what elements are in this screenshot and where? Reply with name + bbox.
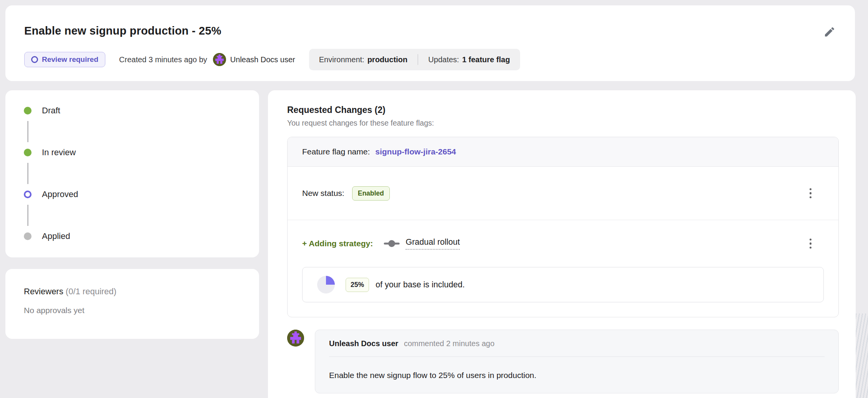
- page-title: Enable new signup production - 25%: [24, 25, 221, 37]
- reviewers-label: Reviewers: [24, 287, 63, 296]
- adding-strategy-label: + Adding strategy:: [302, 239, 373, 248]
- kebab-icon: [810, 192, 812, 194]
- step-pending-dot-icon: [24, 232, 32, 240]
- reviewers-requirement: (0/1 required): [66, 287, 116, 296]
- step-done-dot-icon: [24, 149, 32, 156]
- comment-author-name: Unleash Docs user: [329, 339, 398, 348]
- enabled-badge: Enabled: [352, 186, 390, 201]
- status-ring-icon: [31, 56, 38, 63]
- timeline-step-approved: Approved: [24, 189, 259, 199]
- updates-item: Updates:1 feature flag: [428, 55, 510, 64]
- step-active-ring-icon: [24, 191, 32, 198]
- comment-header: Unleash Docs user commented 2 minutes ag…: [329, 339, 825, 348]
- reviewers-card: Reviewers (0/1 required) No approvals ye…: [5, 269, 259, 339]
- rollout-text: of your base is included.: [376, 280, 465, 290]
- kebab-icon: [810, 188, 812, 191]
- background-texture: [856, 313, 868, 398]
- robot-avatar-icon: [287, 330, 304, 347]
- strategy-name[interactable]: Gradual rollout: [406, 237, 460, 250]
- header-card: Enable new signup production - 25% Revie…: [5, 5, 855, 81]
- flag-change-card: Feature flag name: signup-flow-jira-2654…: [287, 137, 839, 317]
- timeline-card: Draft In review Approved Applied: [5, 90, 259, 257]
- timeline-connector: [27, 121, 28, 142]
- updates-label: Updates:: [428, 55, 459, 64]
- comment-divider: [329, 357, 825, 357]
- comment-section: Unleash Docs user commented 2 minutes ag…: [287, 330, 839, 393]
- requested-changes-panel: Requested Changes (2) You request change…: [268, 90, 856, 398]
- rollout-percent-badge: 25%: [346, 278, 369, 292]
- adding-strategy-row: + Adding strategy: Gradual rollout: [288, 220, 838, 267]
- timeline-step-label: In review: [42, 148, 76, 158]
- kebab-icon: [810, 242, 812, 245]
- environment-item: Environment:production: [319, 55, 407, 64]
- robot-avatar-icon: [213, 53, 226, 66]
- change-request-page: Enable new signup production - 25% Revie…: [0, 0, 868, 398]
- rollout-summary-box: 25% of your base is included.: [302, 267, 824, 302]
- new-status-row: New status: Enabled: [288, 167, 838, 220]
- reviewers-title: Reviewers (0/1 required): [24, 287, 241, 297]
- timeline-connector: [27, 163, 28, 184]
- status-more-options-button[interactable]: [806, 185, 815, 202]
- pencil-icon: [823, 26, 836, 38]
- timeline-step-in-review: In review: [24, 148, 259, 158]
- timeline-step-draft: Draft: [24, 106, 259, 116]
- step-done-dot-icon: [24, 107, 32, 114]
- comment-author-avatar: [287, 330, 304, 347]
- requested-changes-subtitle: You request changes for these feature fl…: [287, 119, 839, 128]
- kebab-icon: [810, 247, 812, 249]
- timeline-connector: [27, 205, 28, 226]
- created-text: Created 3 minutes ago by: [119, 55, 207, 64]
- timeline-step-label: Applied: [42, 231, 70, 241]
- comment-card: Unleash Docs user commented 2 minutes ag…: [315, 330, 839, 393]
- timeline-step-label: Draft: [42, 106, 60, 116]
- no-approvals-text: No approvals yet: [24, 306, 241, 315]
- author-avatar: [213, 53, 226, 66]
- timeline-step-label: Approved: [42, 189, 78, 199]
- kebab-icon: [810, 196, 812, 199]
- flag-name-label: Feature flag name:: [302, 147, 370, 156]
- kebab-icon: [810, 239, 812, 241]
- flag-name-link[interactable]: signup-flow-jira-2654: [375, 147, 456, 156]
- new-status-label: New status:: [302, 189, 344, 198]
- edit-title-button[interactable]: [823, 25, 836, 38]
- pie-chart-icon: [317, 276, 335, 294]
- requested-changes-title: Requested Changes (2): [287, 105, 839, 115]
- strategy-more-options-button[interactable]: [806, 235, 815, 252]
- environment-value: production: [367, 55, 407, 64]
- timeline-step-applied: Applied: [24, 231, 259, 241]
- comment-timestamp: commented 2 minutes ago: [404, 339, 495, 348]
- review-badge-label: Review required: [42, 55, 98, 64]
- flag-card-header: Feature flag name: signup-flow-jira-2654: [288, 137, 838, 167]
- author-name: Unleash Docs user: [230, 55, 295, 64]
- review-required-badge: Review required: [24, 52, 105, 67]
- environment-label: Environment:: [319, 55, 364, 64]
- comment-body: Enable the new signup flow to 25% of use…: [329, 371, 825, 380]
- environment-chip: Environment:production Updates:1 feature…: [309, 49, 520, 70]
- updates-value: 1 feature flag: [462, 55, 510, 64]
- chip-divider: [417, 54, 418, 65]
- gradual-rollout-icon: [384, 239, 400, 248]
